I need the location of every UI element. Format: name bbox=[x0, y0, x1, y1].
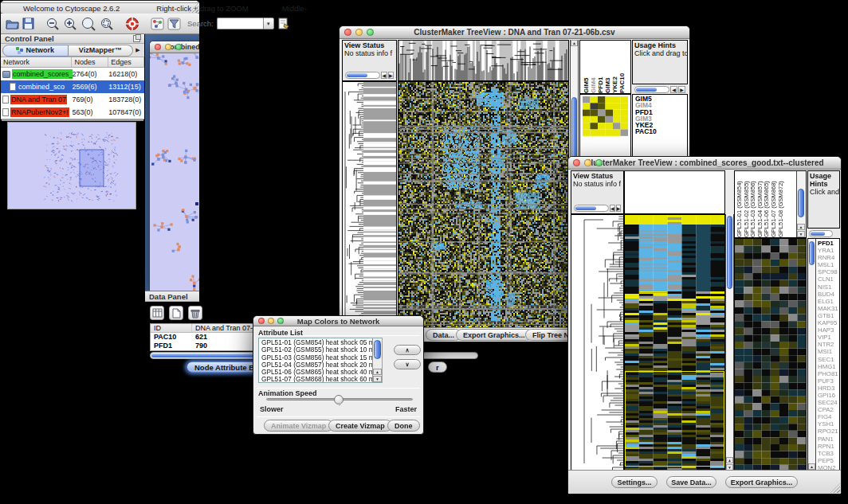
network-row[interactable]: DNA and Tran 07 769(0) 183728(0) bbox=[1, 93, 144, 106]
close-icon[interactable] bbox=[573, 159, 580, 166]
column-dendrogram-panel[interactable] bbox=[398, 40, 569, 81]
search-input[interactable] bbox=[217, 18, 263, 29]
export-graphics-button[interactable]: Export Graphics... bbox=[456, 329, 532, 341]
minimize-icon[interactable] bbox=[165, 44, 171, 50]
treeview1-title-bar[interactable]: ClusterMaker TreeView : DNA and Tran 07-… bbox=[340, 26, 689, 39]
col-network[interactable]: Network bbox=[1, 57, 72, 67]
minimize-icon[interactable] bbox=[268, 318, 274, 324]
network-canvas[interactable] bbox=[150, 53, 199, 291]
slower-label: Slower bbox=[260, 405, 284, 413]
close-icon[interactable] bbox=[344, 29, 351, 36]
new-attribute-icon[interactable] bbox=[169, 306, 183, 320]
genes-vscrollbar[interactable]: ▲ bbox=[808, 239, 816, 470]
scroll-right-icon[interactable]: ▶ bbox=[616, 205, 622, 212]
zoom-selected-icon[interactable] bbox=[80, 16, 96, 32]
vizmapper-icon[interactable] bbox=[151, 16, 164, 32]
row-dendrogram-panel[interactable] bbox=[571, 214, 624, 471]
data-panel: Data Panel ID DNA and Tran 07-21-06 PAC1… bbox=[145, 291, 199, 291]
vscroll-thumb[interactable] bbox=[798, 189, 804, 217]
delete-attribute-trash-icon[interactable] bbox=[188, 306, 202, 320]
partial-browser-button[interactable]: r bbox=[428, 361, 447, 373]
network-window-title-bar[interactable]: combined_scores_good.txt--cluste... bbox=[150, 41, 199, 53]
zoom-in-icon[interactable] bbox=[63, 16, 77, 32]
zoom-out-icon[interactable] bbox=[45, 16, 60, 32]
separator bbox=[257, 416, 420, 417]
attribute-list-item[interactable]: GPL51-07 (GSM868) heat shock 60 min bbox=[261, 376, 371, 383]
move-down-button[interactable]: ∨ bbox=[394, 359, 421, 369]
vscroll-thumb[interactable] bbox=[727, 216, 732, 289]
search-dropdown-button[interactable]: ▼ bbox=[263, 18, 274, 29]
col-edges[interactable]: Edges bbox=[108, 57, 144, 67]
settings-button[interactable]: Settings... bbox=[611, 476, 658, 488]
network-view-window[interactable]: combined_scores_good.txt--cluste... bbox=[149, 41, 199, 291]
save-data-button[interactable]: Save Data... bbox=[666, 476, 716, 488]
labels-vscrollbar[interactable]: ▲ ▼ bbox=[796, 171, 805, 237]
slider-thumb[interactable] bbox=[334, 395, 344, 404]
network-row[interactable]: combined_scores_ 2764(0) 16218(0) bbox=[1, 68, 144, 80]
open-session-button[interactable] bbox=[6, 16, 19, 32]
scroll-left-icon[interactable]: ◀ bbox=[610, 205, 615, 212]
scroll-right-icon[interactable]: ▶ bbox=[678, 86, 685, 93]
scroll-down-icon[interactable]: ▼ bbox=[373, 376, 382, 382]
zoom-icon[interactable] bbox=[595, 159, 603, 166]
scroll-up-icon[interactable]: ▲ bbox=[797, 224, 805, 230]
float-panel-icon[interactable] bbox=[133, 35, 140, 42]
birdseye-canvas[interactable] bbox=[8, 123, 135, 209]
scroll-down-icon[interactable]: ▼ bbox=[797, 231, 805, 237]
vscroll-thumb[interactable] bbox=[809, 241, 815, 265]
column-dendrogram-panel[interactable] bbox=[624, 170, 725, 214]
create-vizmap-button[interactable]: Create Vizmap bbox=[328, 420, 392, 432]
attribute-list-vscrollbar[interactable]: ▲ ▼ bbox=[372, 338, 382, 382]
network-row[interactable]: RNAPuberNov2+! 563(0) 107847(0) bbox=[1, 106, 144, 119]
column-label: PAC10 bbox=[618, 41, 626, 93]
tab-network[interactable]: Network bbox=[2, 45, 69, 57]
network-file-icon bbox=[2, 96, 9, 104]
birdseye-overview[interactable] bbox=[7, 122, 136, 209]
select-attributes-icon[interactable] bbox=[150, 306, 164, 320]
save-session-button[interactable] bbox=[22, 16, 34, 32]
hints-hscrollbar[interactable] bbox=[807, 229, 840, 238]
main-heatmap-panel[interactable] bbox=[398, 81, 569, 329]
scroll-left-icon[interactable]: ◀ bbox=[381, 72, 387, 79]
treeview2-vscrollbar[interactable]: ▲ ▼ bbox=[725, 214, 734, 471]
treeview2-title-bar[interactable]: ClusterMaker TreeView : combined_scores_… bbox=[568, 157, 841, 170]
zoom-icon[interactable] bbox=[367, 29, 374, 36]
close-icon[interactable] bbox=[258, 318, 265, 324]
zoom-icon[interactable] bbox=[175, 44, 182, 50]
scroll-up-icon[interactable]: ▲ bbox=[373, 369, 382, 375]
dialog-title-bar[interactable]: Map Colors to Network bbox=[253, 316, 423, 326]
hints-hscrollbar[interactable]: ◀ ▶ bbox=[633, 84, 688, 94]
filter-icon[interactable] bbox=[167, 16, 181, 32]
minimize-icon[interactable] bbox=[355, 29, 363, 36]
zoom-icon[interactable] bbox=[277, 318, 284, 324]
done-button[interactable]: Done bbox=[387, 420, 420, 432]
scroll-up-icon[interactable]: ▲ bbox=[808, 463, 815, 470]
tab-overflow-icon[interactable]: ▶ bbox=[133, 47, 143, 53]
scroll-left-icon[interactable]: ◀ bbox=[670, 86, 677, 93]
network-row-selected[interactable]: combined_sco 2569(6) 13112(15) bbox=[1, 80, 144, 93]
view-status-hscrollbar[interactable]: ◀ ▶ bbox=[572, 203, 622, 213]
scroll-up-icon[interactable]: ▲ bbox=[726, 457, 733, 463]
animate-vizmap-button[interactable]: Animate Vizmap bbox=[264, 420, 333, 432]
tab-vizmapper[interactable]: VizMapper™ bbox=[69, 45, 134, 57]
view-status-hscrollbar[interactable]: ◀ ▶ bbox=[344, 70, 395, 80]
zoom-fit-icon[interactable] bbox=[100, 16, 114, 32]
network-table-header: Network Nodes Edges bbox=[1, 57, 144, 68]
vscroll-thumb[interactable] bbox=[374, 340, 381, 359]
zoom-heatmap-panel[interactable] bbox=[734, 238, 807, 471]
scroll-right-icon[interactable]: ▶ bbox=[388, 72, 395, 79]
annotation-icon[interactable] bbox=[277, 16, 290, 32]
main-heatmap-panel[interactable] bbox=[624, 214, 725, 471]
minimize-icon[interactable] bbox=[584, 159, 591, 166]
attribute-list[interactable]: GPL51-01 (GSM854) heat shock 05 minGPL51… bbox=[258, 338, 383, 383]
help-lifesaver-icon[interactable] bbox=[125, 16, 139, 32]
col-nodes[interactable]: Nodes bbox=[72, 57, 108, 67]
move-up-button[interactable]: ∧ bbox=[394, 345, 421, 355]
network-table: Network Nodes Edges combined_scores_ 276… bbox=[1, 57, 144, 119]
row-dendrogram-panel[interactable] bbox=[342, 81, 397, 329]
animation-speed-slider[interactable] bbox=[266, 398, 413, 400]
scroll-up-icon[interactable]: ▲ bbox=[571, 40, 578, 46]
separator bbox=[257, 388, 420, 389]
close-icon[interactable] bbox=[155, 44, 161, 50]
export-graphics-button[interactable]: Export Graphics... bbox=[725, 476, 798, 488]
